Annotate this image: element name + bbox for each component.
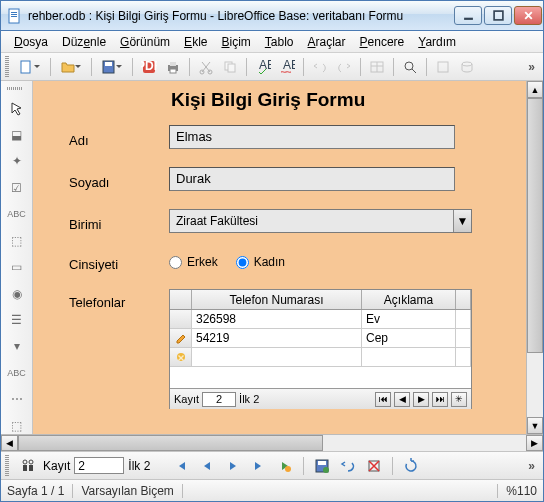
menu-gorunum[interactable]: Görünüm (113, 33, 177, 51)
close-button[interactable] (514, 6, 542, 25)
find-icon[interactable] (399, 56, 421, 78)
cell-aciklama[interactable]: Ev (362, 310, 456, 328)
menu-bicim[interactable]: Biçim (214, 33, 257, 51)
vertical-scrollbar[interactable]: ▲ ▼ (526, 81, 543, 434)
nav-last-icon[interactable] (248, 455, 270, 477)
control-wizard-icon[interactable]: ✦ (7, 153, 27, 169)
scroll-thumb-h[interactable] (18, 435, 323, 451)
combobox-control-icon[interactable]: ▾ (7, 338, 27, 354)
radio-erkek[interactable]: Erkek (169, 255, 218, 269)
checkbox-control-icon[interactable]: ☑ (7, 180, 27, 196)
nav-next-icon[interactable] (222, 455, 244, 477)
statusbar: Sayfa 1 / 1 Varsayılan Biçem %110 (1, 479, 543, 501)
grid-rowhead-corner (170, 290, 192, 309)
field-soyadi[interactable]: Durak (169, 167, 455, 191)
scroll-down-icon[interactable]: ▼ (527, 417, 543, 434)
more-controls-icon[interactable]: ⋯ (7, 391, 27, 407)
menu-dosya[interactable]: Dosya (7, 33, 55, 51)
find-record-icon[interactable] (17, 455, 39, 477)
button-control-icon[interactable]: ▭ (7, 259, 27, 275)
table-row[interactable]: 54219 Cep (170, 329, 471, 348)
menu-ekle[interactable]: Ekle (177, 33, 214, 51)
menu-araclar[interactable]: Araçlar (301, 33, 353, 51)
table-row[interactable]: 326598 Ev (170, 310, 471, 329)
design-mode-icon[interactable]: ⬓ (7, 127, 27, 143)
undo-record-icon[interactable] (337, 455, 359, 477)
svg-rect-12 (170, 62, 176, 66)
menu-pencere[interactable]: Pencere (353, 33, 412, 51)
combo-dropdown-button[interactable]: ▼ (453, 210, 471, 232)
row-marker-edit-icon (170, 329, 192, 347)
data-source-icon[interactable] (456, 56, 478, 78)
nav-new-icon[interactable]: ✳ (451, 392, 467, 407)
app-window: rehber.odb : Kişi Bilgi Giriş Formu - Li… (0, 0, 544, 502)
row-marker-new-icon (170, 348, 192, 366)
svg-rect-13 (170, 69, 176, 73)
refresh-icon[interactable] (400, 455, 422, 477)
pdf-export-icon[interactable]: PDF (138, 56, 160, 78)
open-button[interactable] (56, 56, 86, 78)
field-adi[interactable]: Elmas (169, 125, 455, 149)
maximize-button[interactable] (484, 6, 512, 25)
svg-rect-25 (23, 465, 27, 471)
nav-last-icon[interactable]: ⏭ (432, 392, 448, 407)
svg-rect-31 (318, 461, 326, 465)
cell-telefon[interactable]: 326598 (192, 310, 362, 328)
nav-record-label: Kayıt (43, 459, 70, 473)
select-tool-icon[interactable] (7, 100, 27, 116)
save-record-icon[interactable] (311, 455, 333, 477)
nav-first-icon[interactable] (170, 455, 192, 477)
grid-header-telefon[interactable]: Telefon Numarası (192, 290, 362, 309)
formatted-field-icon[interactable]: ⬚ (7, 232, 27, 248)
scroll-left-icon[interactable]: ◀ (1, 435, 18, 451)
delete-record-icon[interactable] (363, 455, 385, 477)
label-control-icon[interactable]: ABC (7, 365, 27, 381)
nav-prev-icon[interactable] (196, 455, 218, 477)
menu-duzenle[interactable]: Düzenle (55, 33, 113, 51)
scroll-thumb[interactable] (527, 98, 543, 353)
nav-record-input[interactable] (74, 457, 124, 474)
option-button-icon[interactable]: ◉ (7, 285, 27, 301)
table-icon[interactable] (366, 56, 388, 78)
menu-yardim[interactable]: Yardım (411, 33, 463, 51)
nav-prev-icon[interactable]: ◀ (394, 392, 410, 407)
scroll-right-icon[interactable]: ▶ (526, 435, 543, 451)
toolbar-overflow[interactable]: » (524, 459, 539, 473)
nav-new-record-icon[interactable] (274, 455, 296, 477)
copy-icon[interactable] (219, 56, 241, 78)
horizontal-scrollbar[interactable]: ◀ ▶ (1, 434, 543, 451)
undo-icon[interactable] (309, 56, 331, 78)
print-icon[interactable] (162, 56, 184, 78)
cell-aciklama[interactable]: Cep (362, 329, 456, 347)
redo-icon[interactable] (333, 56, 355, 78)
nav-next-icon[interactable]: ▶ (413, 392, 429, 407)
radio-kadin[interactable]: Kadın (236, 255, 285, 269)
scroll-up-icon[interactable]: ▲ (527, 81, 543, 98)
form-design-icon[interactable] (432, 56, 454, 78)
textbox-control-icon[interactable]: ABC (7, 206, 27, 222)
grid-header-aciklama[interactable]: Açıklama (362, 290, 456, 309)
svg-point-28 (29, 460, 33, 464)
auto-spellcheck-icon[interactable]: ABC (276, 56, 298, 78)
menu-tablo[interactable]: Tablo (258, 33, 301, 51)
cut-icon[interactable] (195, 56, 217, 78)
svg-point-27 (23, 460, 27, 464)
listbox-control-icon[interactable]: ☰ (7, 312, 27, 328)
spellcheck-icon[interactable]: ABC (252, 56, 274, 78)
table-row-new[interactable] (170, 348, 471, 367)
nav-record-input[interactable] (202, 392, 236, 407)
form-design-icon-2[interactable]: ⬚ (7, 418, 27, 434)
toolbar-handle[interactable] (5, 455, 9, 477)
save-button[interactable] (97, 56, 127, 78)
status-zoom[interactable]: %110 (506, 484, 537, 498)
combo-birimi[interactable]: Ziraat Fakültesi ▼ (169, 209, 472, 233)
window-title: rehber.odb : Kişi Bilgi Giriş Formu - Li… (28, 9, 454, 23)
toolbar-handle[interactable] (5, 56, 9, 78)
minimize-button[interactable] (454, 6, 482, 25)
nav-first-icon[interactable]: ⏮ (375, 392, 391, 407)
svg-text:ABC: ABC (283, 59, 295, 72)
toolbar-overflow[interactable]: » (524, 60, 539, 74)
svg-rect-6 (21, 61, 30, 73)
new-button[interactable] (15, 56, 45, 78)
cell-telefon[interactable]: 54219 (192, 329, 362, 347)
